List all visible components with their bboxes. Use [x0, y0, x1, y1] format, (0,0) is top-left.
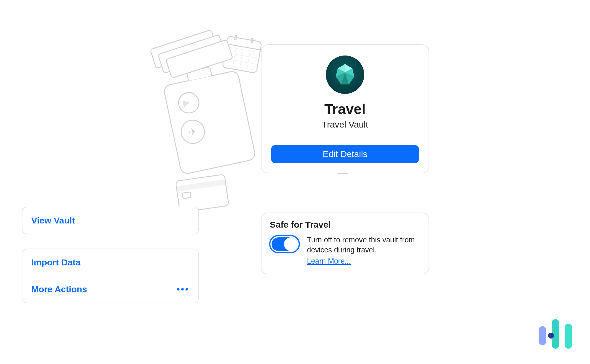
safe-for-travel-card: Safe for Travel Turn off to remove this …	[261, 213, 429, 274]
actions-card-top: View Vault	[22, 207, 199, 234]
actions-card-bottom: Import Data More Actions •••	[22, 249, 199, 303]
suitcase-icon	[163, 70, 257, 175]
safe-for-travel-description: Turn off to remove this vault from devic…	[307, 236, 415, 254]
import-data-label: Import Data	[31, 257, 81, 267]
svg-point-11	[548, 333, 554, 339]
view-vault-label: View Vault	[31, 216, 75, 226]
safe-for-travel-heading: Safe for Travel	[270, 220, 421, 230]
svg-rect-10	[565, 324, 572, 349]
safe-for-travel-toggle[interactable]	[269, 235, 300, 253]
view-vault-button[interactable]: View Vault	[22, 207, 198, 234]
svg-rect-8	[539, 326, 546, 345]
vault-title: Travel	[271, 101, 419, 117]
calendar-icon	[222, 35, 262, 74]
more-actions-button[interactable]: More Actions •••	[22, 276, 198, 303]
import-data-button[interactable]: Import Data	[22, 249, 198, 276]
more-actions-label: More Actions	[31, 284, 87, 294]
brand-logo-icon	[535, 317, 576, 353]
toggle-knob	[284, 237, 298, 251]
gem-icon	[333, 63, 357, 87]
edit-details-button[interactable]: Edit Details	[271, 145, 419, 163]
vault-card: Travel Travel Vault Edit Details	[261, 44, 429, 173]
tickets-icon	[150, 29, 222, 83]
vault-gem-icon	[326, 56, 364, 94]
ellipsis-icon: •••	[176, 284, 189, 294]
safe-for-travel-text: Turn off to remove this vault from devic…	[307, 235, 421, 266]
learn-more-link[interactable]: Learn More...	[307, 256, 351, 266]
vault-subtitle: Travel Vault	[271, 120, 419, 130]
